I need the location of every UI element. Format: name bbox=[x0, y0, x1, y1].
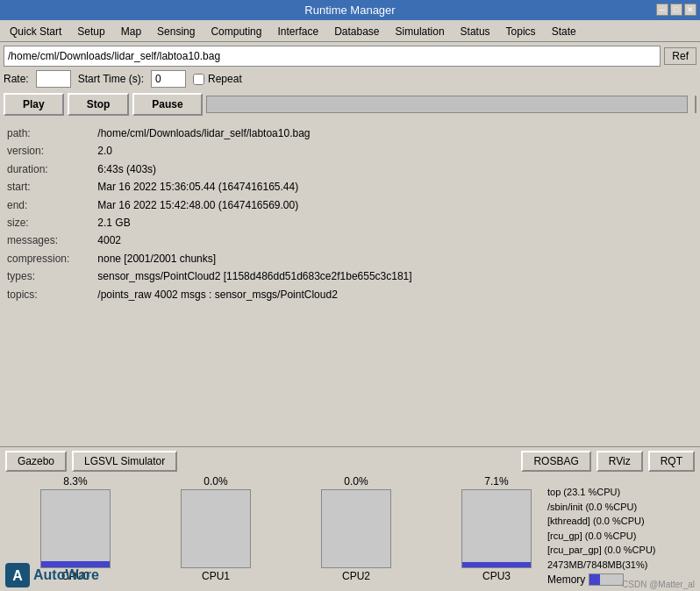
info-section: path: /home/cml/Downloads/lidar_self/lab… bbox=[4, 123, 696, 305]
rate-row: Rate: Start Time (s): Repeat bbox=[4, 70, 696, 88]
window-title: Runtime Manager bbox=[304, 4, 395, 17]
watermark: CSDN @Matter_al bbox=[622, 580, 695, 589]
cpu2-label: CPU2 bbox=[342, 570, 370, 582]
stat-top: top (23.1 %CPU) bbox=[547, 485, 700, 500]
autoware-logo: A AutoWare bbox=[5, 563, 99, 587]
main-content: Ref Rate: Start Time (s): Repeat Play St… bbox=[0, 42, 700, 309]
cpu2-column: 0.0% CPU2 bbox=[286, 475, 426, 582]
bottom-section: Gazebo LGSVL Simulator ROSBAG RViz RQT 8… bbox=[0, 446, 700, 591]
cpu0-percent: 8.3% bbox=[63, 475, 87, 488]
lgsvl-button[interactable]: LGSVL Simulator bbox=[72, 451, 177, 472]
title-bar: Runtime Manager ─ □ ✕ bbox=[0, 0, 700, 20]
close-button[interactable]: ✕ bbox=[684, 4, 696, 16]
cpu3-bar bbox=[461, 489, 532, 568]
sim-buttons-row: Gazebo LGSVL Simulator ROSBAG RViz RQT bbox=[0, 447, 700, 475]
menu-map[interactable]: Map bbox=[113, 22, 149, 41]
start-time-label: Start Time (s): bbox=[78, 73, 144, 85]
rosbag-button[interactable]: ROSBAG bbox=[521, 451, 590, 472]
info-types: types: sensor_msgs/PointCloud2 [1158d486… bbox=[7, 267, 693, 285]
file-path-input[interactable] bbox=[4, 46, 661, 67]
window-controls: ─ □ ✕ bbox=[656, 4, 696, 16]
footer-row: A AutoWare CSDN @Matter_al bbox=[0, 586, 700, 591]
cpu-stats-row: 8.3% CPU0 0.0% CPU1 0.0% CPU2 bbox=[0, 475, 700, 586]
memory-sub-label: Memory bbox=[547, 573, 585, 586]
menu-computing[interactable]: Computing bbox=[203, 22, 269, 41]
menu-bar: Quick Start Setup Map Sensing Computing … bbox=[0, 20, 700, 42]
cpu1-bar bbox=[181, 489, 251, 568]
menu-status[interactable]: Status bbox=[453, 22, 498, 41]
menu-sensing[interactable]: Sensing bbox=[149, 22, 203, 41]
info-size: size: 2.1 GB bbox=[7, 214, 693, 231]
progress-bar bbox=[206, 96, 688, 113]
autoware-text: AutoWare bbox=[33, 567, 99, 583]
stat-init: /sbin/init (0.0 %CPU) bbox=[547, 500, 700, 515]
menu-quick-start[interactable]: Quick Start bbox=[2, 22, 69, 41]
repeat-checkbox-label[interactable]: Repeat bbox=[193, 73, 242, 85]
rate-input[interactable] bbox=[36, 70, 71, 88]
rviz-button[interactable]: RViz bbox=[596, 451, 643, 472]
info-duration: duration: 6:43s (403s) bbox=[7, 160, 693, 178]
buttons-row: Play Stop Pause bbox=[4, 93, 696, 116]
rate-label: Rate: bbox=[4, 73, 29, 85]
info-compression: compression: none [2001/2001 chunks] bbox=[7, 250, 693, 267]
cpu3-percent: 7.1% bbox=[484, 475, 508, 488]
info-topics: topics: /points_raw 4002 msgs : sensor_m… bbox=[7, 286, 693, 303]
memory-bar-container bbox=[589, 573, 624, 586]
cpu1-label: CPU1 bbox=[202, 570, 230, 582]
cpu2-bar bbox=[321, 489, 391, 568]
gazebo-button[interactable]: Gazebo bbox=[5, 451, 67, 472]
cpu3-label: CPU3 bbox=[482, 570, 511, 582]
stop-button[interactable]: Stop bbox=[68, 93, 130, 116]
autoware-icon: A bbox=[5, 563, 30, 587]
rqt-button[interactable]: RQT bbox=[648, 451, 695, 472]
info-version: version: 2.0 bbox=[7, 142, 693, 160]
info-start: start: Mar 16 2022 15:36:05.44 (16474161… bbox=[7, 178, 693, 196]
stat-memory-label: 2473MB/7848MB(31%) bbox=[547, 558, 700, 573]
right-stats-panel: top (23.1 %CPU) /sbin/init (0.0 %CPU) [k… bbox=[542, 485, 700, 586]
info-messages: messages: 4002 bbox=[7, 231, 693, 249]
ref-button[interactable]: Ref bbox=[664, 47, 696, 65]
menu-interface[interactable]: Interface bbox=[269, 22, 326, 41]
cpu1-percent: 0.0% bbox=[204, 475, 227, 488]
cpu0-bar bbox=[40, 489, 111, 568]
cpu1-column: 0.0% CPU1 bbox=[146, 475, 286, 582]
menu-topics[interactable]: Topics bbox=[498, 22, 544, 41]
menu-state[interactable]: State bbox=[544, 22, 584, 41]
menu-simulation[interactable]: Simulation bbox=[388, 22, 453, 41]
info-path: path: /home/cml/Downloads/lidar_self/lab… bbox=[7, 125, 693, 142]
menu-database[interactable]: Database bbox=[326, 22, 387, 41]
stat-kthreadd: [kthreadd] (0.0 %CPU) bbox=[547, 514, 700, 529]
memory-bar-fill bbox=[589, 574, 600, 585]
stat-rcupargp: [rcu_par_gp] (0.0 %CPU) bbox=[547, 543, 700, 558]
cpu2-percent: 0.0% bbox=[344, 475, 368, 488]
repeat-label: Repeat bbox=[208, 73, 242, 85]
minimize-button[interactable]: ─ bbox=[656, 4, 668, 16]
repeat-checkbox[interactable] bbox=[193, 74, 204, 85]
info-end: end: Mar 16 2022 15:42:48.00 (1647416569… bbox=[7, 196, 693, 214]
play-button[interactable]: Play bbox=[4, 93, 64, 116]
progress-divider bbox=[695, 96, 696, 113]
cpu3-fill bbox=[462, 562, 531, 567]
maximize-button[interactable]: □ bbox=[670, 4, 682, 16]
menu-setup[interactable]: Setup bbox=[69, 22, 112, 41]
start-time-input[interactable] bbox=[151, 70, 186, 88]
file-row: Ref bbox=[4, 46, 696, 67]
pause-button[interactable]: Pause bbox=[132, 93, 202, 116]
stat-rcugp: [rcu_gp] (0.0 %CPU) bbox=[547, 529, 700, 544]
svg-text:A: A bbox=[12, 568, 23, 583]
